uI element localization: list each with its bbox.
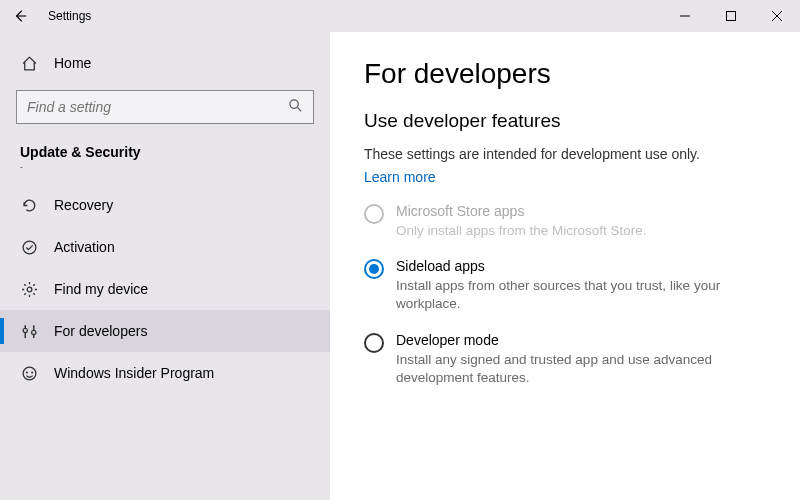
section-desc: These settings are intended for developm… [364, 146, 766, 162]
close-button[interactable] [754, 0, 800, 32]
learn-more-link[interactable]: Learn more [364, 169, 436, 185]
back-button[interactable] [8, 4, 32, 28]
category-sub: - [0, 162, 330, 184]
minimize-button[interactable] [662, 0, 708, 32]
sidebar-item-recovery[interactable]: Recovery [0, 184, 330, 226]
titlebar: Settings [0, 0, 800, 32]
category-label: Update & Security [0, 140, 330, 162]
radio-label: Developer mode [396, 332, 766, 348]
section-title: Use developer features [364, 110, 766, 132]
sidebar-item-label: Activation [54, 239, 115, 255]
search-box[interactable] [16, 90, 314, 124]
sidebar-item-label: For developers [54, 323, 147, 339]
search-input[interactable] [27, 99, 288, 115]
svg-point-7 [27, 287, 32, 292]
sidebar-item-label: Windows Insider Program [54, 365, 214, 381]
recovery-icon [20, 196, 38, 214]
content-area: For developers Use developer features Th… [330, 32, 800, 500]
radio-label: Microsoft Store apps [396, 203, 647, 219]
sidebar-item-label: Find my device [54, 281, 148, 297]
find-my-device-icon [20, 280, 38, 298]
svg-point-6 [23, 241, 36, 254]
radio-option-sideload[interactable]: Sideload apps Install apps from other so… [364, 258, 766, 313]
sidebar: Home Update & Security - Recovery [0, 32, 330, 500]
radio-button[interactable] [364, 333, 384, 353]
svg-point-4 [290, 99, 298, 107]
for-developers-icon [20, 322, 38, 340]
sidebar-item-label: Recovery [54, 197, 113, 213]
home-label: Home [54, 55, 91, 71]
page-title: For developers [364, 58, 766, 90]
sidebar-item-windows-insider[interactable]: Windows Insider Program [0, 352, 330, 394]
radio-desc: Only install apps from the Microsoft Sto… [396, 222, 647, 240]
home-icon [20, 54, 38, 72]
radio-option-developer-mode[interactable]: Developer mode Install any signed and tr… [364, 332, 766, 387]
activation-icon [20, 238, 38, 256]
svg-point-11 [25, 371, 27, 373]
sidebar-item-activation[interactable]: Activation [0, 226, 330, 268]
radio-desc: Install any signed and trusted app and u… [396, 351, 766, 387]
sidebar-item-find-my-device[interactable]: Find my device [0, 268, 330, 310]
radio-option-microsoft-store: Microsoft Store apps Only install apps f… [364, 203, 766, 240]
svg-point-10 [23, 367, 36, 380]
maximize-button[interactable] [708, 0, 754, 32]
svg-point-9 [31, 330, 35, 334]
radio-button[interactable] [364, 259, 384, 279]
sidebar-item-for-developers[interactable]: For developers [0, 310, 330, 352]
svg-point-12 [31, 371, 33, 373]
svg-point-8 [23, 328, 27, 332]
radio-label: Sideload apps [396, 258, 766, 274]
home-nav[interactable]: Home [0, 44, 330, 82]
windows-insider-icon [20, 364, 38, 382]
svg-rect-1 [727, 12, 736, 21]
developer-features-radio-group: Microsoft Store apps Only install apps f… [364, 203, 766, 387]
radio-button [364, 204, 384, 224]
search-icon [288, 98, 303, 117]
radio-desc: Install apps from other sources that you… [396, 277, 766, 313]
svg-line-5 [297, 107, 301, 111]
window-title: Settings [48, 9, 91, 23]
